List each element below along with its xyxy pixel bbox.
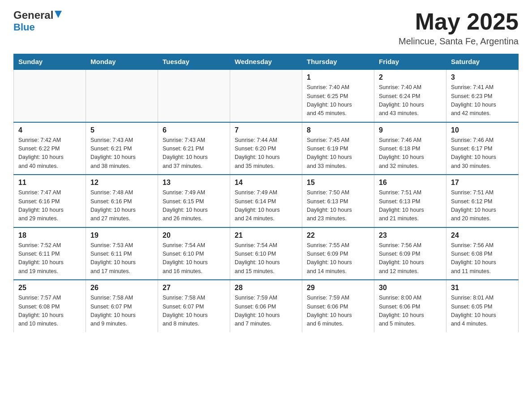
day-number: 31 bbox=[451, 284, 514, 292]
day-number: 8 bbox=[307, 126, 369, 134]
calendar-cell: 23Sunrise: 7:56 AMSunset: 6:09 PMDayligh… bbox=[374, 227, 446, 280]
day-info: Sunrise: 8:00 AMSunset: 6:06 PMDaylight:… bbox=[379, 294, 442, 329]
day-info: Sunrise: 7:46 AMSunset: 6:18 PMDaylight:… bbox=[379, 136, 442, 171]
calendar-cell: 21Sunrise: 7:54 AMSunset: 6:10 PMDayligh… bbox=[230, 227, 302, 280]
calendar-cell: 4Sunrise: 7:42 AMSunset: 6:22 PMDaylight… bbox=[14, 122, 86, 175]
calendar-cell: 13Sunrise: 7:49 AMSunset: 6:15 PMDayligh… bbox=[158, 175, 230, 227]
day-number: 25 bbox=[18, 284, 81, 292]
day-number: 7 bbox=[235, 126, 297, 134]
calendar-cell: 1Sunrise: 7:40 AMSunset: 6:25 PMDaylight… bbox=[302, 69, 374, 122]
day-info: Sunrise: 7:47 AMSunset: 6:16 PMDaylight:… bbox=[18, 188, 81, 223]
calendar-cell: 2Sunrise: 7:40 AMSunset: 6:24 PMDaylight… bbox=[374, 69, 446, 122]
day-number: 10 bbox=[451, 126, 514, 134]
day-number: 21 bbox=[235, 231, 297, 240]
logo-blue-text: Blue bbox=[13, 21, 35, 33]
calendar-week-2: 4Sunrise: 7:42 AMSunset: 6:22 PMDaylight… bbox=[14, 122, 519, 175]
calendar-week-4: 18Sunrise: 7:52 AMSunset: 6:11 PMDayligh… bbox=[14, 227, 519, 280]
day-info: Sunrise: 7:43 AMSunset: 6:21 PMDaylight:… bbox=[90, 136, 153, 171]
calendar-cell: 15Sunrise: 7:50 AMSunset: 6:13 PMDayligh… bbox=[302, 175, 374, 227]
day-info: Sunrise: 7:55 AMSunset: 6:09 PMDaylight:… bbox=[307, 241, 369, 276]
title-block: May 2025 Melincue, Santa Fe, Argentina bbox=[399, 9, 519, 47]
day-info: Sunrise: 7:40 AMSunset: 6:25 PMDaylight:… bbox=[307, 83, 369, 118]
day-info: Sunrise: 7:56 AMSunset: 6:09 PMDaylight:… bbox=[379, 241, 442, 276]
calendar-cell: 14Sunrise: 7:49 AMSunset: 6:14 PMDayligh… bbox=[230, 175, 302, 227]
day-number: 5 bbox=[90, 126, 153, 134]
calendar-cell: 26Sunrise: 7:58 AMSunset: 6:07 PMDayligh… bbox=[86, 280, 158, 332]
day-info: Sunrise: 7:40 AMSunset: 6:24 PMDaylight:… bbox=[379, 83, 442, 118]
day-number: 20 bbox=[163, 231, 225, 240]
day-info: Sunrise: 7:44 AMSunset: 6:20 PMDaylight:… bbox=[235, 136, 297, 171]
header-cell-sunday: Sunday bbox=[14, 54, 86, 70]
calendar-cell: 20Sunrise: 7:54 AMSunset: 6:10 PMDayligh… bbox=[158, 227, 230, 280]
day-info: Sunrise: 8:01 AMSunset: 6:05 PMDaylight:… bbox=[451, 294, 514, 329]
calendar-cell: 27Sunrise: 7:58 AMSunset: 6:07 PMDayligh… bbox=[158, 280, 230, 332]
day-number: 11 bbox=[18, 179, 81, 187]
calendar-cell: 16Sunrise: 7:51 AMSunset: 6:13 PMDayligh… bbox=[374, 175, 446, 227]
header-cell-monday: Monday bbox=[86, 54, 158, 70]
day-number: 19 bbox=[90, 231, 153, 240]
calendar-cell: 19Sunrise: 7:53 AMSunset: 6:11 PMDayligh… bbox=[86, 227, 158, 280]
header-cell-wednesday: Wednesday bbox=[230, 54, 302, 70]
day-info: Sunrise: 7:58 AMSunset: 6:07 PMDaylight:… bbox=[90, 294, 153, 329]
day-number: 9 bbox=[379, 126, 442, 134]
day-info: Sunrise: 7:43 AMSunset: 6:21 PMDaylight:… bbox=[163, 136, 225, 171]
calendar-week-1: 1Sunrise: 7:40 AMSunset: 6:25 PMDaylight… bbox=[14, 69, 519, 122]
calendar-week-3: 11Sunrise: 7:47 AMSunset: 6:16 PMDayligh… bbox=[14, 175, 519, 227]
day-info: Sunrise: 7:48 AMSunset: 6:16 PMDaylight:… bbox=[90, 188, 153, 223]
calendar-cell: 28Sunrise: 7:59 AMSunset: 6:06 PMDayligh… bbox=[230, 280, 302, 332]
calendar-cell: 31Sunrise: 8:01 AMSunset: 6:05 PMDayligh… bbox=[446, 280, 519, 332]
day-number: 16 bbox=[379, 179, 442, 187]
day-number: 15 bbox=[307, 179, 369, 187]
page-header: General Blue May 2025 Melincue, Santa Fe… bbox=[13, 9, 519, 47]
logo: General Blue bbox=[13, 9, 63, 33]
calendar-cell: 7Sunrise: 7:44 AMSunset: 6:20 PMDaylight… bbox=[230, 122, 302, 175]
month-title: May 2025 bbox=[399, 9, 519, 34]
day-number: 26 bbox=[90, 284, 153, 292]
calendar-week-5: 25Sunrise: 7:57 AMSunset: 6:08 PMDayligh… bbox=[14, 280, 519, 332]
calendar-cell: 17Sunrise: 7:51 AMSunset: 6:12 PMDayligh… bbox=[446, 175, 519, 227]
day-number: 18 bbox=[18, 231, 81, 240]
day-number: 29 bbox=[307, 284, 369, 292]
calendar-cell: 5Sunrise: 7:43 AMSunset: 6:21 PMDaylight… bbox=[86, 122, 158, 175]
calendar-cell: 3Sunrise: 7:41 AMSunset: 6:23 PMDaylight… bbox=[446, 69, 519, 122]
day-info: Sunrise: 7:49 AMSunset: 6:15 PMDaylight:… bbox=[163, 188, 225, 223]
day-number: 28 bbox=[235, 284, 297, 292]
day-number: 17 bbox=[451, 179, 514, 187]
logo-general-text: General bbox=[13, 9, 63, 21]
calendar-cell: 12Sunrise: 7:48 AMSunset: 6:16 PMDayligh… bbox=[86, 175, 158, 227]
calendar-cell bbox=[14, 69, 86, 122]
day-number: 27 bbox=[163, 284, 225, 292]
day-info: Sunrise: 7:58 AMSunset: 6:07 PMDaylight:… bbox=[163, 294, 225, 329]
day-number: 6 bbox=[163, 126, 225, 134]
header-row: SundayMondayTuesdayWednesdayThursdayFrid… bbox=[14, 54, 519, 70]
day-info: Sunrise: 7:45 AMSunset: 6:19 PMDaylight:… bbox=[307, 136, 369, 171]
calendar-body: 1Sunrise: 7:40 AMSunset: 6:25 PMDaylight… bbox=[14, 69, 519, 332]
header-cell-friday: Friday bbox=[374, 54, 446, 70]
day-number: 2 bbox=[379, 73, 442, 81]
day-number: 3 bbox=[451, 73, 514, 81]
calendar-cell: 11Sunrise: 7:47 AMSunset: 6:16 PMDayligh… bbox=[14, 175, 86, 227]
day-number: 12 bbox=[90, 179, 153, 187]
header-cell-saturday: Saturday bbox=[446, 54, 519, 70]
day-number: 13 bbox=[163, 179, 225, 187]
day-info: Sunrise: 7:51 AMSunset: 6:13 PMDaylight:… bbox=[379, 188, 442, 223]
day-info: Sunrise: 7:52 AMSunset: 6:11 PMDaylight:… bbox=[18, 241, 81, 276]
day-info: Sunrise: 7:56 AMSunset: 6:08 PMDaylight:… bbox=[451, 241, 514, 276]
calendar-cell: 9Sunrise: 7:46 AMSunset: 6:18 PMDaylight… bbox=[374, 122, 446, 175]
calendar-cell: 22Sunrise: 7:55 AMSunset: 6:09 PMDayligh… bbox=[302, 227, 374, 280]
calendar-cell: 24Sunrise: 7:56 AMSunset: 6:08 PMDayligh… bbox=[446, 227, 519, 280]
day-number: 14 bbox=[235, 179, 297, 187]
calendar-cell: 8Sunrise: 7:45 AMSunset: 6:19 PMDaylight… bbox=[302, 122, 374, 175]
calendar-cell bbox=[230, 69, 302, 122]
day-info: Sunrise: 7:59 AMSunset: 6:06 PMDaylight:… bbox=[235, 294, 297, 329]
day-info: Sunrise: 7:46 AMSunset: 6:17 PMDaylight:… bbox=[451, 136, 514, 171]
day-number: 1 bbox=[307, 73, 369, 81]
calendar-table: SundayMondayTuesdayWednesdayThursdayFrid… bbox=[13, 54, 519, 332]
header-cell-thursday: Thursday bbox=[302, 54, 374, 70]
calendar-header: SundayMondayTuesdayWednesdayThursdayFrid… bbox=[14, 54, 519, 70]
calendar-cell bbox=[158, 69, 230, 122]
day-info: Sunrise: 7:50 AMSunset: 6:13 PMDaylight:… bbox=[307, 188, 369, 223]
day-info: Sunrise: 7:54 AMSunset: 6:10 PMDaylight:… bbox=[235, 241, 297, 276]
svg-marker-0 bbox=[55, 11, 62, 18]
day-info: Sunrise: 7:42 AMSunset: 6:22 PMDaylight:… bbox=[18, 136, 81, 171]
